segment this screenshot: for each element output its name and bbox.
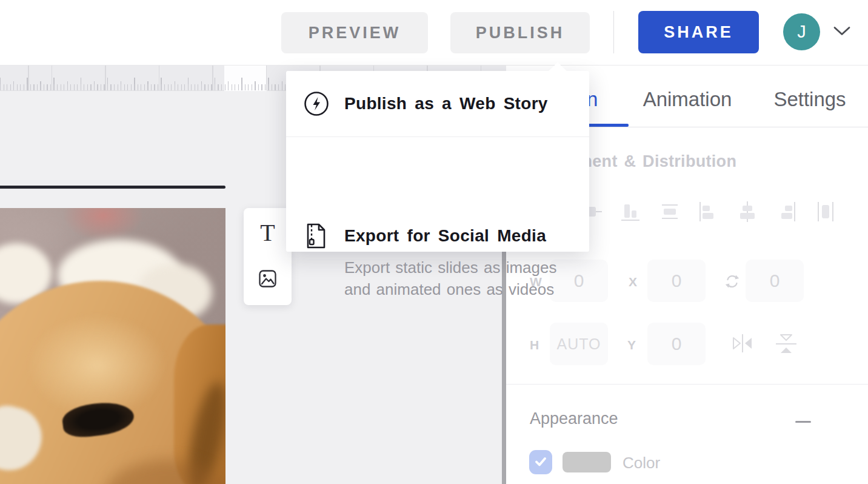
y-input[interactable]: 0 (647, 323, 706, 365)
collapse-appearance-button[interactable] (792, 411, 815, 426)
topbar-divider (613, 11, 614, 53)
zip-file-icon (305, 223, 327, 249)
appearance-section-title: Appearance (530, 409, 618, 428)
menu-item-publish-web-story[interactable]: Publish as a Web Story (286, 71, 589, 136)
distribute-horizontal-icon[interactable] (815, 201, 836, 223)
tab-settings[interactable]: Settings (770, 89, 850, 110)
appearance-section-divider (506, 384, 868, 385)
text-tool-button[interactable]: T (244, 210, 292, 254)
color-swatch[interactable] (563, 452, 611, 472)
x-input[interactable]: 0 (647, 260, 706, 302)
top-bar: PREVIEW PUBLISH SHARE J (0, 0, 868, 66)
publish-button[interactable]: PUBLISH (450, 12, 590, 53)
color-checkbox[interactable] (529, 450, 552, 474)
menu-item-description: Export static slides as images and anima… (344, 257, 570, 300)
minus-icon (795, 421, 811, 423)
share-button[interactable]: SHARE (638, 11, 759, 53)
height-input[interactable]: AUTO (550, 323, 608, 365)
chevron-down-icon[interactable] (833, 25, 851, 36)
height-label: H (530, 338, 539, 352)
image-tool-icon (258, 269, 277, 290)
lightning-circle-icon (303, 90, 330, 117)
menu-item-title: Publish as a Web Story (344, 94, 548, 113)
menu-caret (548, 62, 567, 72)
distribute-vertical-icon[interactable] (659, 201, 681, 223)
flip-horizontal-icon[interactable] (730, 333, 755, 355)
flip-vertical-icon[interactable] (774, 332, 798, 358)
rotation-input[interactable]: 0 (746, 260, 804, 302)
y-label: Y (627, 338, 636, 352)
image-tool-button[interactable] (244, 258, 292, 301)
text-tool-icon: T (260, 218, 275, 247)
menu-item-export-social[interactable]: Export for Social Media Export static sl… (286, 137, 589, 252)
menu-item-title: Export for Social Media (344, 226, 546, 246)
rotate-icon (724, 273, 741, 292)
align-left-icon[interactable] (698, 201, 719, 223)
publish-menu: Publish as a Web Story Export for Social… (286, 71, 589, 252)
canvas-image-dog[interactable] (0, 208, 225, 484)
align-bottom-icon[interactable] (619, 201, 641, 223)
color-label: Color (623, 454, 660, 472)
check-icon (533, 454, 548, 471)
app-window: T Design Animation Settings Alignment & … (0, 0, 868, 484)
element-toolbar: T (244, 208, 292, 305)
tab-animation[interactable]: Animation (642, 89, 733, 110)
canvas-line-element[interactable] (0, 186, 225, 189)
x-label: X (629, 275, 637, 289)
align-center-icon[interactable] (736, 201, 758, 223)
align-right-icon[interactable] (775, 201, 797, 223)
preview-button[interactable]: PREVIEW (281, 12, 428, 53)
avatar[interactable]: J (783, 13, 820, 50)
